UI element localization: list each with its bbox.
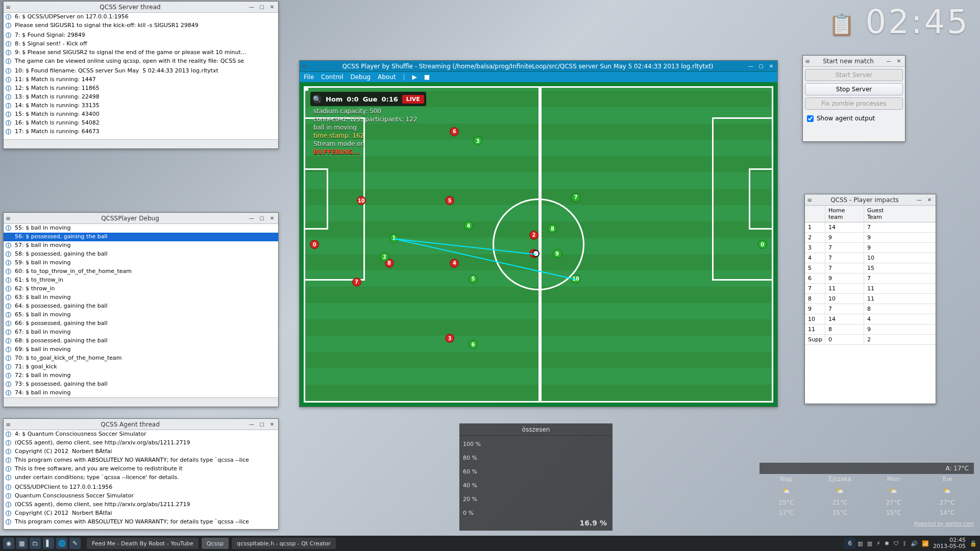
table-row[interactable]: 71111: [805, 284, 936, 294]
taskbar-task[interactable]: qcsspltable.h - qcssp - Qt Creator: [232, 538, 336, 549]
player-grn-5[interactable]: 5: [469, 274, 478, 284]
minimize-icon[interactable]: —: [885, 58, 893, 65]
log-line[interactable]: ⓘ58: $ possessed, gaining the ball: [4, 250, 278, 259]
minimize-icon[interactable]: —: [248, 215, 256, 222]
log-line[interactable]: ⓘ10: $ Found filename: QCSS server Sun M…: [4, 67, 278, 76]
log-line[interactable]: ⓘ56: $ possessed, gaining the ball: [4, 233, 278, 241]
log-line[interactable]: ⓘunder certain conditions; type `qcssa -…: [4, 473, 278, 482]
player-grn-2[interactable]: 2: [380, 253, 389, 262]
tray-shield-icon[interactable]: 🛡: [893, 540, 899, 547]
log-line[interactable]: ⓘ64: $ possessed, gaining the ball: [4, 302, 278, 311]
table-row[interactable]: 10144: [805, 314, 936, 324]
player-red-3[interactable]: 3: [445, 334, 454, 343]
log-line[interactable]: ⓘQCSS/UDPClient to 127.0.0.1:1956: [4, 483, 278, 492]
tray-lock-icon[interactable]: 🔒: [970, 540, 977, 547]
player-grn-6[interactable]: 6: [469, 340, 478, 349]
debug-log[interactable]: ⓘ55: $ ball in movingⓘ56: $ possessed, g…: [4, 224, 278, 397]
log-line[interactable]: ⓘ59: $ ball in moving: [4, 259, 278, 267]
files-icon[interactable]: 🗀: [30, 538, 41, 549]
tray-clock[interactable]: 02:45 2013-05-05: [933, 537, 966, 549]
tray-volume-icon[interactable]: 🔊: [911, 540, 918, 547]
show-desktop-icon[interactable]: ▦: [16, 538, 28, 549]
player-red-7[interactable]: 7: [352, 278, 361, 287]
log-line[interactable]: ⓘ13: $ Match is running: 22498: [4, 93, 278, 102]
menu-debug[interactable]: Debug: [350, 73, 370, 81]
player-red-5[interactable]: 5: [445, 196, 454, 205]
log-line[interactable]: ⓘ16: $ Match is running: 54082: [4, 119, 278, 128]
log-line[interactable]: ⓘThis is free software, and you are welc…: [4, 465, 278, 473]
player-red-10[interactable]: 10: [357, 196, 366, 205]
log-line[interactable]: ⓘ11: $ Match is running: 1447: [4, 76, 278, 84]
impacts-body[interactable]: Home team Guest Team 1147299379471057156…: [805, 206, 936, 404]
server-log[interactable]: ⓘ6: $ QCSS/UDPServer on 127.0.0.1:1956ⓘP…: [4, 13, 278, 139]
player-grn-3[interactable]: 3: [473, 136, 482, 145]
debug-titlebar[interactable]: ≡ QCSSPlayer Debug — ▢ ✕: [4, 213, 278, 224]
minimize-icon[interactable]: —: [248, 4, 256, 11]
tray-block2-icon[interactable]: ▥: [867, 540, 872, 547]
weather-credit[interactable]: Powered by wetter.com: [760, 518, 974, 527]
player-grn-4[interactable]: 4: [464, 221, 473, 230]
log-line[interactable]: ⓘThis program comes with ABSOLUTELY NO W…: [4, 456, 278, 465]
player-red-0[interactable]: 0: [310, 240, 319, 249]
maximize-icon[interactable]: ▢: [757, 63, 765, 70]
table-row[interactable]: 5715: [805, 263, 936, 273]
log-line[interactable]: ⓘ65: $ ball in moving: [4, 311, 278, 319]
show-agent-input[interactable]: [807, 115, 814, 122]
agent-log[interactable]: ⓘ4: $ Quantum Consciousness Soccer Simul…: [4, 430, 278, 529]
menu-control[interactable]: Control: [321, 73, 343, 81]
log-line[interactable]: ⓘ72: $ ball in moving: [4, 371, 278, 380]
close-icon[interactable]: ✕: [925, 196, 934, 204]
menu-about[interactable]: About: [378, 73, 396, 81]
log-line[interactable]: ⓘ12: $ Match is running: 11865: [4, 84, 278, 93]
tray-block-icon[interactable]: ▥: [857, 540, 863, 547]
browser-icon[interactable]: 🌐: [56, 538, 67, 549]
table-row[interactable]: 697: [805, 273, 936, 284]
log-line[interactable]: ⓘ71: $ goal_kick: [4, 363, 278, 371]
log-line[interactable]: ⓘCopyright (C) 2012 Norbert BÁtfai: [4, 509, 278, 518]
log-line[interactable]: ⓘ61: $ to_throw_in: [4, 276, 278, 285]
maximize-icon[interactable]: ▢: [258, 4, 266, 11]
table-row[interactable]: 4710: [805, 253, 936, 263]
table-row[interactable]: 81011: [805, 294, 936, 304]
log-line[interactable]: ⓘ17: $ Match is running: 64673: [4, 128, 278, 136]
player-red-4[interactable]: 4: [450, 259, 459, 268]
table-row[interactable]: 978: [805, 304, 936, 314]
menu-file[interactable]: File: [304, 73, 314, 81]
tray-battery-icon[interactable]: ⚡: [876, 540, 880, 547]
player-grn-9[interactable]: 9: [553, 249, 562, 258]
log-line[interactable]: ⓘ57: $ ball in moving: [4, 241, 278, 250]
player-red-2[interactable]: 2: [529, 231, 538, 240]
log-line[interactable]: ⓘ(QCSS agent), demo client, see http://a…: [4, 500, 278, 509]
log-line[interactable]: ⓘ67: $ ball in moving: [4, 328, 278, 337]
log-line[interactable]: ⓘ74: $ ball in moving: [4, 389, 278, 397]
start-menu-icon[interactable]: ◉: [3, 538, 14, 549]
log-line[interactable]: ⓘPlease send SIGUSR1 to signal the kick-…: [4, 21, 278, 30]
close-icon[interactable]: ✕: [268, 4, 276, 11]
window-menu-icon[interactable]: ≡: [6, 4, 13, 11]
maximize-icon[interactable]: ▢: [258, 215, 266, 222]
tray-updates-icon[interactable]: ✱: [885, 540, 889, 547]
log-line[interactable]: ⓘ9: $ Please send SIGUSR2 to signal the …: [4, 48, 278, 57]
taskbar-task[interactable]: Qcssp: [202, 538, 229, 549]
tray-network-icon[interactable]: 📶: [922, 540, 929, 547]
log-line[interactable]: ⓘ62: $ throw_in: [4, 285, 278, 293]
window-menu-icon[interactable]: ≡: [807, 196, 814, 204]
editor-icon[interactable]: ✎: [69, 538, 81, 549]
table-row[interactable]: 1147: [805, 222, 936, 233]
show-agent-checkbox[interactable]: Show agent output: [803, 112, 905, 125]
log-line[interactable]: ⓘ73: $ possessed, gaining the ball: [4, 380, 278, 389]
play-icon[interactable]: ▶: [412, 73, 416, 81]
log-line[interactable]: ⓘQuantum Consciousness Soccer Simulator: [4, 492, 278, 500]
stop-icon[interactable]: ■: [424, 73, 430, 81]
table-row[interactable]: 379: [805, 243, 936, 253]
agent-titlebar[interactable]: ≡ QCSS Agent thread — ▢ ✕: [4, 419, 278, 430]
log-line[interactable]: ⓘ15: $ Match is running: 43400: [4, 110, 278, 119]
minimize-icon[interactable]: —: [747, 63, 755, 70]
table-row[interactable]: 1189: [805, 324, 936, 335]
table-row[interactable]: 299: [805, 233, 936, 243]
log-line[interactable]: ⓘThe game can be viewed online using qcs…: [4, 57, 278, 66]
window-menu-icon[interactable]: ≡: [805, 58, 812, 65]
log-line[interactable]: ⓘ14: $ Match is running: 33135: [4, 102, 278, 110]
match-titlebar[interactable]: ≡ QCSS Player by Shuffle - Streaming (/h…: [300, 61, 777, 72]
impacts-titlebar[interactable]: ≡ QCSS - Player impacts — ✕: [805, 194, 936, 206]
